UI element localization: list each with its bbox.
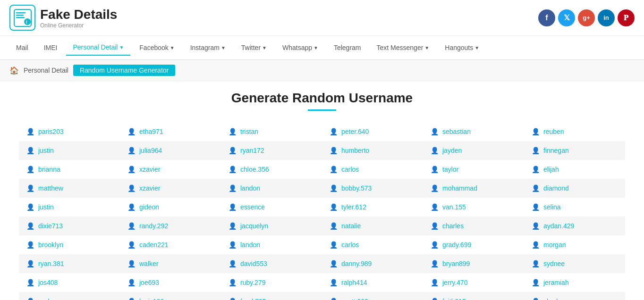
username-label: ruby.279	[240, 279, 265, 286]
list-item[interactable]: 👤jayden	[423, 141, 524, 160]
list-item[interactable]: 👤matthew	[19, 179, 120, 198]
main-nav: Mail IMEI Personal Detail ▼ Facebook ▼ I…	[0, 36, 644, 60]
list-item[interactable]: 👤brianna	[19, 160, 120, 179]
user-icon: 👤	[26, 241, 34, 249]
list-item[interactable]: 👤julia964	[120, 141, 221, 160]
username-label: van.155	[442, 203, 466, 211]
username-label: peter.640	[341, 128, 369, 135]
list-item[interactable]: 👤justin	[19, 198, 120, 217]
list-item[interactable]: 👤bobby.573	[322, 179, 423, 198]
list-item[interactable]: 👤brooklyn	[19, 235, 120, 254]
username-label: scott.908	[341, 298, 368, 300]
list-item[interactable]: 👤scott.908	[322, 292, 423, 300]
list-item[interactable]: 👤etha971	[120, 122, 221, 141]
list-item[interactable]: 👤humberto	[322, 141, 423, 160]
list-item[interactable]: 👤carlos	[322, 235, 423, 254]
user-icon: 👤	[330, 128, 338, 135]
whatsapp-arrow: ▼	[314, 45, 318, 50]
list-item[interactable]: 👤ralph414	[322, 273, 423, 292]
list-item[interactable]: 👤jacquelyn	[221, 217, 322, 235]
pinterest-social-icon[interactable]: 𝐏	[618, 9, 635, 26]
username-label: frank725	[240, 298, 266, 300]
username-label: julia964	[139, 147, 162, 154]
list-item[interactable]: 👤tyler.612	[322, 198, 423, 217]
nav-instagram[interactable]: Instagram ▼	[184, 40, 232, 55]
list-item[interactable]: 👤caden221	[120, 235, 221, 254]
list-item[interactable]: 👤mohammad	[423, 179, 524, 198]
list-item[interactable]: 👤charles	[524, 292, 625, 300]
nav-mail[interactable]: Mail	[9, 40, 35, 55]
list-item[interactable]: 👤morgan	[524, 235, 625, 254]
list-item[interactable]: 👤paris203	[19, 122, 120, 141]
list-item[interactable]: 👤grady.699	[423, 235, 524, 254]
list-item[interactable]: 👤diamond	[524, 179, 625, 198]
nav-facebook[interactable]: Facebook ▼	[133, 40, 181, 55]
username-label: landon	[240, 241, 260, 249]
user-icon: 👤	[431, 166, 439, 173]
list-item[interactable]: 👤charles	[423, 217, 524, 235]
list-item[interactable]: 👤carlos	[322, 160, 423, 179]
username-label: ryan172	[240, 147, 264, 154]
list-item[interactable]: 👤danny.989	[322, 254, 423, 273]
list-item[interactable]: 👤louis106	[120, 292, 221, 300]
list-item[interactable]: 👤andrew	[19, 292, 120, 300]
nav-twitter[interactable]: Twitter ▼	[235, 40, 273, 55]
list-item[interactable]: 👤van.155	[423, 198, 524, 217]
table-row: 👤paris203👤etha971👤tristan👤peter.640👤seba…	[19, 122, 625, 141]
list-item[interactable]: 👤joe693	[120, 273, 221, 292]
list-item[interactable]: 👤ryan.381	[19, 254, 120, 273]
nav-text-messenger[interactable]: Text Messenger ▼	[370, 40, 436, 55]
nav-personal-detail[interactable]: Personal Detail ▼	[66, 40, 130, 56]
list-item[interactable]: 👤jerry.470	[423, 273, 524, 292]
user-icon: 👤	[330, 298, 338, 300]
list-item[interactable]: 👤gideon	[120, 198, 221, 217]
list-item[interactable]: 👤sebastian	[423, 122, 524, 141]
list-item[interactable]: 👤selina	[524, 198, 625, 217]
list-item[interactable]: 👤jeramiah	[524, 273, 625, 292]
list-item[interactable]: 👤ryan172	[221, 141, 322, 160]
logo-text: Fake Details Online Generator	[40, 7, 117, 29]
list-item[interactable]: 👤justin	[19, 141, 120, 160]
list-item[interactable]: 👤sydnee	[524, 254, 625, 273]
list-item[interactable]: 👤jos408	[19, 273, 120, 292]
list-item[interactable]: 👤ruby.279	[221, 273, 322, 292]
list-item[interactable]: 👤xzavier	[120, 160, 221, 179]
list-item[interactable]: 👤walker	[120, 254, 221, 273]
twitter-social-icon[interactable]: 𝕏	[558, 9, 575, 26]
list-item[interactable]: 👤faith915	[423, 292, 524, 300]
username-label: matthew	[38, 184, 63, 192]
list-item[interactable]: 👤landon	[221, 179, 322, 198]
list-item[interactable]: 👤bryan899	[423, 254, 524, 273]
list-item[interactable]: 👤xzavier	[120, 179, 221, 198]
home-icon[interactable]: 🏠	[9, 66, 19, 75]
list-item[interactable]: 👤david553	[221, 254, 322, 273]
linkedin-social-icon[interactable]: in	[598, 9, 615, 26]
facebook-social-icon[interactable]: f	[538, 9, 555, 26]
list-item[interactable]: 👤natalie	[322, 217, 423, 235]
list-item[interactable]: 👤landon	[221, 235, 322, 254]
list-item[interactable]: 👤finnegan	[524, 141, 625, 160]
list-item[interactable]: 👤dixie713	[19, 217, 120, 235]
username-label: faith915	[442, 298, 466, 300]
list-item[interactable]: 👤randy.292	[120, 217, 221, 235]
list-item[interactable]: 👤tristan	[221, 122, 322, 141]
list-item[interactable]: 👤peter.640	[322, 122, 423, 141]
user-icon: 👤	[127, 279, 136, 286]
breadcrumb-parent[interactable]: Personal Detail	[24, 67, 68, 74]
nav-imei[interactable]: IMEI	[37, 40, 64, 55]
table-row: 👤justin👤gideon👤essence👤tyler.612👤van.155…	[19, 198, 625, 217]
user-icon: 👤	[532, 222, 540, 230]
list-item[interactable]: 👤elijah	[524, 160, 625, 179]
list-item[interactable]: 👤chloe.356	[221, 160, 322, 179]
list-item[interactable]: 👤essence	[221, 198, 322, 217]
username-label: jacquelyn	[240, 222, 268, 230]
nav-whatsapp[interactable]: Whatsapp ▼	[276, 40, 325, 55]
nav-telegram[interactable]: Telegram	[327, 40, 368, 55]
list-item[interactable]: 👤taylor	[423, 160, 524, 179]
list-item[interactable]: 👤aydan.429	[524, 217, 625, 235]
user-icon: 👤	[330, 260, 338, 267]
list-item[interactable]: 👤reuben	[524, 122, 625, 141]
nav-hangouts[interactable]: Hangouts ▼	[438, 40, 486, 55]
googleplus-social-icon[interactable]: g+	[578, 9, 595, 26]
list-item[interactable]: 👤frank725	[221, 292, 322, 300]
